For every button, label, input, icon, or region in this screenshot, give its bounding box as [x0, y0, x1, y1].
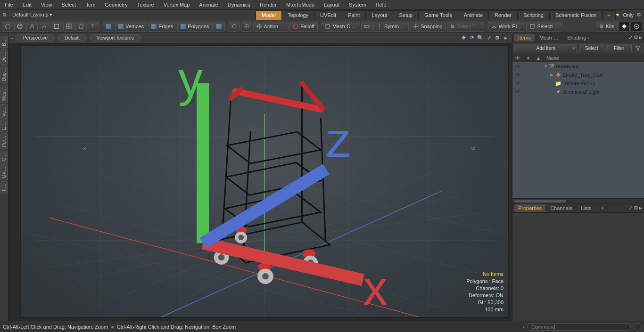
tab-paint[interactable]: Paint [342, 10, 366, 20]
command-input[interactable]: Command [527, 323, 631, 331]
gear-icon[interactable]: ⚙ [636, 12, 641, 18]
tree-row-mesh[interactable]: 👁 ▶ Empty_Tray_Cart [512, 71, 644, 79]
left-tab-2[interactable]: Dup… [0, 65, 8, 83]
viewport-3d[interactable]: -X -Z [20, 45, 509, 318]
tab-scripting[interactable]: Scripting [517, 10, 550, 20]
vp-move-icon[interactable]: ✥ [460, 35, 467, 41]
menu-help[interactable]: Help [371, 0, 391, 9]
tree-row-light[interactable]: 👁 ☀ Directional Light [512, 88, 644, 96]
tab-add-prop[interactable]: ＋ [596, 203, 609, 212]
tab-mesh[interactable]: Mesh … [536, 34, 562, 41]
panel-expand-icon[interactable]: ⤢ [628, 34, 633, 40]
tab-channels[interactable]: Channels [546, 204, 576, 212]
prim-circle-icon[interactable] [2, 22, 13, 32]
col-name[interactable]: Name [544, 56, 562, 61]
falloff-button[interactable]: Falloff [289, 22, 318, 32]
tab-setup[interactable]: Setup [393, 10, 419, 20]
item-tree[interactable]: 👁 ▼ 🎬 modo.lxo 👁 ▶ Empty_Tray_Cart 👁 📁 T… [512, 62, 644, 198]
menu-vertexmap[interactable]: Vertex Map [159, 0, 195, 9]
selmode-polygons[interactable]: Polygons [177, 22, 212, 32]
vp-gear-icon[interactable]: ⚙ [494, 35, 501, 41]
prim-ngon-icon[interactable] [75, 22, 87, 32]
prim-sphere-icon[interactable] [14, 22, 25, 32]
left-tab-5[interactable]: E… [0, 120, 8, 132]
menu-select[interactable]: Select [57, 0, 81, 9]
col-type-icon[interactable]: ▲ [533, 56, 544, 61]
menu-dynamics[interactable]: Dynamics [223, 0, 255, 9]
vp-zoom-icon[interactable]: 🔍 [477, 35, 484, 41]
left-tab-0[interactable]: B… [0, 36, 8, 49]
menu-edit[interactable]: Edit [18, 0, 36, 9]
tab-items[interactable]: Items [514, 34, 535, 41]
layout-nav-icon[interactable]: ⇅ [0, 12, 8, 18]
prim-curve-icon[interactable] [39, 22, 50, 32]
tab-render[interactable]: Render [488, 10, 518, 20]
layout-dropdown[interactable]: Default Layouts ▾ [8, 11, 57, 19]
selmode-edges[interactable]: Edges [148, 22, 176, 32]
star-icon[interactable]: ★ [615, 12, 620, 18]
tab-topology[interactable]: Topology [281, 10, 314, 20]
tree-row-texturegroup[interactable]: 👁 📁 Texture Group [512, 79, 644, 88]
eye-icon[interactable]: 👁 [512, 89, 523, 95]
tab-uvedit[interactable]: UVEdit [314, 10, 342, 20]
action-center-button[interactable]: Action… [253, 22, 289, 32]
tree-row-scene[interactable]: 👁 ▼ 🎬 modo.lxo [512, 62, 644, 71]
prim-grid-icon[interactable] [63, 22, 74, 32]
mesh-constraint-button[interactable]: Mesh C … [322, 22, 360, 32]
left-tab-9[interactable]: F… [0, 181, 8, 194]
left-tab-8[interactable]: UV… [0, 164, 8, 180]
left-tab-7[interactable]: C… [0, 151, 8, 163]
tab-shading[interactable]: Shading ▾ [563, 34, 593, 41]
vp-tab-perspective[interactable]: Perspective [16, 34, 55, 41]
engine-a-icon[interactable] [619, 22, 630, 32]
left-tab-4[interactable]: Ve… [0, 104, 8, 119]
menu-texture[interactable]: Texture [132, 0, 159, 9]
symmetry-button[interactable]: Symm … [373, 22, 409, 32]
menu-system[interactable]: System [344, 0, 371, 9]
tab-lists[interactable]: Lists [577, 204, 595, 212]
ruler-icon[interactable] [361, 22, 372, 32]
eye-icon[interactable]: 👁 [512, 64, 523, 69]
panel-more-icon[interactable]: ▸ [639, 34, 642, 40]
tab-schematic[interactable]: Schematic Fusion [549, 10, 603, 20]
selmode-vertices[interactable]: Vertices [115, 22, 147, 32]
filter-dropdown[interactable]: Filter [606, 44, 632, 52]
menu-item[interactable]: Item [81, 0, 100, 9]
axis-gizmo[interactable]: x y z [21, 46, 508, 317]
vp-rotate-icon[interactable]: ⟳ [469, 35, 475, 41]
tab-model[interactable]: Model [256, 10, 282, 20]
unreal-icon[interactable] [631, 22, 642, 32]
selmode-dropdown-icon[interactable] [214, 22, 225, 32]
tab-layout[interactable]: Layout [365, 10, 393, 20]
menu-view[interactable]: View [36, 0, 57, 9]
workplane-button[interactable]: Work Pl… [488, 22, 525, 32]
record-icon[interactable] [634, 323, 641, 331]
menu-render[interactable]: Render [255, 0, 281, 9]
snapping-button[interactable]: Snapping [410, 22, 446, 32]
tab-gametools[interactable]: Game Tools [418, 10, 458, 20]
tool-a-icon[interactable] [229, 22, 240, 32]
eye-icon[interactable]: 👁 [512, 72, 523, 78]
vp-more-icon[interactable]: ▸ [503, 35, 509, 41]
add-item-dropdown[interactable]: Add Item▾ [514, 44, 577, 52]
left-tab-1[interactable]: De… [0, 49, 8, 65]
eye-icon[interactable]: 👁 [512, 81, 523, 86]
props-more-icon[interactable]: ▸ [639, 205, 642, 211]
select-dropdown[interactable]: Select [579, 44, 604, 52]
tool-b-icon[interactable] [241, 22, 252, 32]
left-tab-6[interactable]: Pol… [0, 133, 8, 149]
menu-geometry[interactable]: Geometry [100, 0, 132, 9]
chevron-icon[interactable]: › [522, 324, 524, 330]
selection-sets-button[interactable]: Selecti … [526, 22, 562, 32]
prim-text-icon[interactable]: T [88, 22, 99, 32]
kits-button[interactable]: ⚙Kits [596, 22, 618, 32]
select-through-button[interactable]: ⚙Select T… [447, 22, 484, 32]
tab-animate[interactable]: Animate [458, 10, 489, 20]
menu-animate[interactable]: Animate [194, 0, 223, 9]
vp-tab-textures[interactable]: Viewport Textures [90, 34, 141, 41]
col-eye-icon[interactable]: 👁 [512, 56, 523, 61]
vp-maximize-icon[interactable]: ⤢ [486, 35, 492, 41]
vp-dot-icon[interactable]: • [11, 35, 13, 41]
menu-layout[interactable]: Layout [319, 0, 344, 9]
prim-cube-icon[interactable] [103, 22, 114, 32]
